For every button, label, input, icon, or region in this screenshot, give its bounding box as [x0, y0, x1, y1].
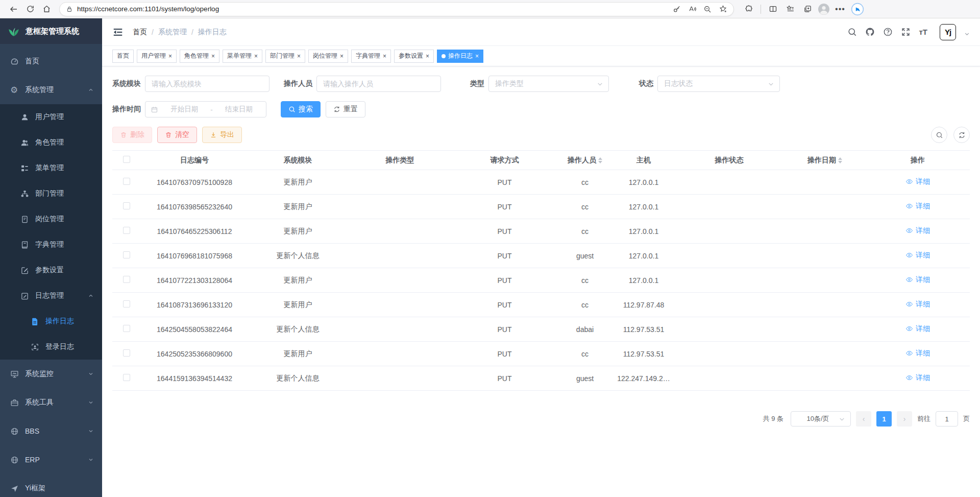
row-checkbox[interactable] — [123, 349, 130, 357]
sidebar-item-menu-mgmt[interactable]: 菜单管理 — [0, 155, 102, 181]
row-checkbox[interactable] — [123, 178, 130, 185]
date-range-input[interactable]: 开始日期 - 结束日期 — [145, 101, 266, 117]
sidebar-item-erp[interactable]: ERP — [0, 445, 102, 474]
tab-字典管理[interactable]: 字典管理× — [351, 50, 391, 63]
row-checkbox[interactable] — [123, 202, 130, 209]
sidebar-item-system-mgmt[interactable]: ⚙系统管理 — [0, 76, 102, 104]
tab-close-icon[interactable]: × — [168, 53, 172, 60]
page-number-1[interactable]: 1 — [876, 411, 892, 427]
row-checkbox[interactable] — [123, 325, 130, 332]
tab-角色管理[interactable]: 角色管理× — [180, 50, 219, 63]
export-button[interactable]: 导出 — [202, 127, 242, 143]
extensions-icon[interactable] — [741, 2, 756, 16]
row-checkbox[interactable] — [123, 227, 130, 234]
tab-参数设置[interactable]: 参数设置× — [394, 50, 434, 63]
refresh-list-icon[interactable] — [953, 127, 970, 143]
page-size-select[interactable]: 10条/页 — [791, 411, 851, 427]
sidebar-item-sys-tools[interactable]: 系统工具 — [0, 388, 102, 417]
delete-button[interactable]: 删除 — [112, 127, 152, 143]
app-logo[interactable]: 意框架管理系统 — [0, 18, 102, 44]
tab-close-icon[interactable]: × — [383, 53, 386, 60]
reset-button[interactable]: 重置 — [326, 101, 365, 117]
goto-page-input[interactable] — [936, 411, 958, 427]
tab-close-icon[interactable]: × — [254, 53, 258, 60]
sidebar-item-yi-frame[interactable]: Yi框架 — [0, 474, 102, 497]
detail-link[interactable]: 详细 — [905, 324, 930, 334]
detail-link[interactable]: 详细 — [905, 349, 930, 358]
detail-link[interactable]: 详细 — [905, 275, 930, 285]
clear-button[interactable]: 清空 — [157, 127, 197, 143]
search-button[interactable]: 搜索 — [281, 101, 321, 117]
sidebar-item-dict-mgmt[interactable]: 字典管理 — [0, 232, 102, 257]
detail-link[interactable]: 详细 — [905, 202, 930, 211]
status-select[interactable]: 日志状态 — [657, 76, 780, 92]
select-all-checkbox[interactable] — [123, 156, 130, 163]
type-select[interactable]: 操作类型 — [488, 76, 609, 92]
split-screen-icon[interactable] — [765, 2, 780, 16]
bing-chat-icon[interactable] — [850, 2, 865, 16]
tab-close-icon[interactable]: × — [211, 53, 215, 60]
back-icon[interactable] — [6, 2, 21, 16]
refresh-icon[interactable] — [22, 2, 38, 16]
row-checkbox[interactable] — [123, 276, 130, 283]
sort-icon[interactable] — [598, 157, 602, 163]
home-icon[interactable] — [39, 2, 54, 16]
fullscreen-icon[interactable] — [901, 27, 911, 37]
sidebar-item-bbs[interactable]: BBS — [0, 417, 102, 445]
sidebar-fold-icon[interactable] — [112, 27, 124, 38]
sidebar-item-login-log[interactable]: 登录日志 — [0, 334, 102, 360]
module-input[interactable] — [145, 76, 270, 92]
breadcrumb-item-1[interactable]: 首页 — [133, 28, 147, 37]
row-checkbox[interactable] — [123, 374, 130, 381]
sidebar-item-sys-monitor[interactable]: 系统监控 — [0, 360, 102, 388]
sidebar-item-oper-log[interactable]: 操作日志 — [0, 309, 102, 334]
sidebar-item-user-mgmt[interactable]: 用户管理 — [0, 104, 102, 130]
tab-close-icon[interactable]: × — [340, 53, 344, 60]
avatar-chevron-down-icon[interactable] — [964, 31, 970, 37]
tab-操作日志[interactable]: 操作日志× — [437, 50, 483, 63]
tab-用户管理[interactable]: 用户管理× — [137, 50, 177, 63]
tab-close-icon[interactable]: × — [475, 53, 479, 60]
next-page-button[interactable]: › — [897, 411, 912, 427]
tab-岗位管理[interactable]: 岗位管理× — [308, 50, 348, 63]
font-size-icon[interactable]: тT — [919, 28, 927, 36]
sidebar-item-home[interactable]: 首页 — [0, 47, 102, 76]
detail-link[interactable]: 详细 — [905, 373, 930, 383]
sidebar-item-log-mgmt[interactable]: 日志管理 — [0, 283, 102, 309]
column-header[interactable]: 操作人员 — [557, 151, 613, 170]
read-aloud-icon[interactable] — [685, 2, 699, 16]
tab-close-icon[interactable]: × — [297, 53, 301, 60]
sidebar-item-post-mgmt[interactable]: 岗位管理 — [0, 206, 102, 232]
detail-link[interactable]: 详细 — [905, 226, 930, 235]
detail-link[interactable]: 详细 — [905, 251, 930, 260]
search-toggle-icon[interactable] — [931, 127, 947, 143]
prev-page-button[interactable]: ‹ — [856, 411, 871, 427]
column-header[interactable]: 操作日期 — [784, 151, 866, 170]
tab-close-icon[interactable]: × — [426, 53, 429, 60]
github-icon[interactable] — [865, 27, 875, 37]
sidebar-item-role-mgmt[interactable]: 角色管理 — [0, 130, 102, 155]
password-key-icon[interactable] — [670, 2, 683, 16]
operator-input[interactable] — [316, 76, 441, 92]
row-checkbox[interactable] — [123, 300, 130, 307]
zoom-out-icon[interactable] — [701, 2, 714, 16]
sort-icon[interactable] — [838, 157, 842, 163]
tab-菜单管理[interactable]: 菜单管理× — [223, 50, 262, 63]
sidebar-item-dept-mgmt[interactable]: 部门管理 — [0, 181, 102, 206]
profile-avatar[interactable] — [817, 3, 830, 16]
header-search-icon[interactable] — [847, 27, 857, 37]
tab-部门管理[interactable]: 部门管理× — [265, 50, 305, 63]
settings-more-icon[interactable]: ••• — [832, 2, 848, 16]
sidebar-item-param-set[interactable]: 参数设置 — [0, 257, 102, 283]
url-text[interactable]: https://ccnetcore.com:1101/system/log/op… — [77, 5, 666, 13]
favorites-bar-icon[interactable] — [782, 2, 798, 16]
detail-link[interactable]: 详细 — [905, 177, 930, 186]
user-avatar[interactable]: Yj — [940, 24, 956, 40]
row-checkbox[interactable] — [123, 251, 130, 258]
address-bar[interactable]: https://ccnetcore.com:1101/system/log/op… — [59, 2, 734, 16]
favorite-add-icon[interactable] — [716, 2, 729, 16]
help-icon[interactable] — [883, 27, 893, 37]
detail-link[interactable]: 详细 — [905, 300, 930, 309]
tab-首页[interactable]: 首页 — [112, 50, 134, 63]
collections-icon[interactable] — [800, 2, 815, 16]
